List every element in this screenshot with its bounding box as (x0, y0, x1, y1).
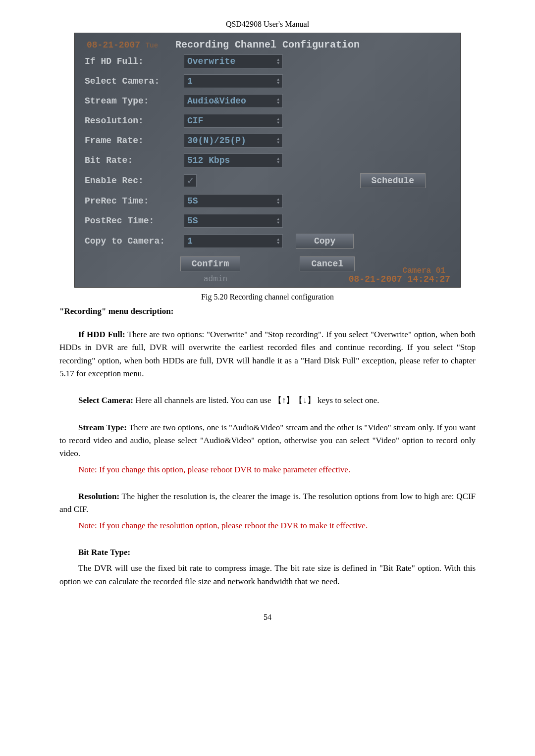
value-postrec-time: 5S (187, 216, 198, 226)
value-resolution: CIF (187, 116, 203, 126)
spinner-icon[interactable]: ▲▼ (277, 98, 279, 104)
overlay-date: 08-21-2007 Tue (87, 40, 158, 50)
row-select-camera: Select Camera: 1 ▲▼ (85, 74, 450, 88)
value-copy-to-camera: 1 (187, 236, 193, 246)
select-postrec-time[interactable]: 5S ▲▼ (184, 214, 283, 228)
footer-camera-overlay: Camera 01 (403, 266, 445, 275)
value-bit-rate: 512 Kbps (187, 155, 230, 165)
footer-user: admin (204, 275, 227, 284)
label-postrec-time: PostRec Time: (85, 216, 184, 226)
spinner-icon[interactable]: ▲▼ (277, 137, 279, 144)
row-postrec-time: PostRec Time: 5S ▲▼ (85, 214, 450, 228)
select-prerec-time[interactable]: 5S ▲▼ (184, 194, 283, 208)
select-camera[interactable]: 1 ▲▼ (184, 74, 283, 88)
label-frame-rate: Frame Rate: (85, 136, 184, 146)
note-resolution: Note: If you change the resolution optio… (59, 519, 476, 532)
spinner-icon[interactable]: ▲▼ (277, 198, 279, 204)
checkbox-enable-rec[interactable]: ✓ (184, 174, 197, 187)
heading-bit-rate-type: Bit Rate Type: (59, 546, 476, 559)
lead-select-camera: Select Camera: (78, 396, 133, 405)
spinner-icon[interactable]: ▲▼ (277, 117, 279, 124)
row-stream-type: Stream Type: Audio&Video ▲▼ (85, 94, 450, 108)
spinner-icon[interactable]: ▲▼ (277, 78, 279, 85)
label-stream-type: Stream Type: (85, 96, 184, 106)
label-if-hd-full: If HD Full: (85, 56, 184, 66)
value-frame-rate: 30(N)/25(P) (187, 136, 246, 146)
row-enable-rec: Enable Rec: ✓ Schedule (85, 173, 450, 188)
select-bit-rate[interactable]: 512 Kbps ▲▼ (184, 153, 283, 167)
select-stream-type[interactable]: Audio&Video ▲▼ (184, 94, 283, 108)
document-header: QSD42908 User's Manual (59, 20, 476, 29)
text-select-camera: Here all channels are listed. You can us… (133, 396, 379, 405)
lead-resolution: Resolution: (78, 492, 119, 501)
row-resolution: Resolution: CIF ▲▼ (85, 114, 450, 128)
para-resolution: Resolution: The higher the resolution is… (59, 490, 476, 516)
select-frame-rate[interactable]: 30(N)/25(P) ▲▼ (184, 134, 283, 148)
note-stream-type: Note: If you change this option, please … (59, 463, 476, 476)
spinner-icon[interactable]: ▲▼ (277, 238, 279, 245)
spinner-icon[interactable]: ▲▼ (277, 157, 279, 164)
label-resolution: Resolution: (85, 116, 184, 126)
copy-button[interactable]: Copy (296, 234, 354, 249)
select-if-hd-full[interactable]: Overwrite ▲▼ (184, 54, 283, 68)
footer-bar: Camera 01 admin 08-21-2007 14:24:27 (85, 274, 450, 284)
overlay-date-value: 08-21-2007 (87, 40, 140, 50)
value-select-camera: 1 (187, 76, 193, 86)
dvr-screenshot: 08-21-2007 Tue Recording Channel Configu… (74, 33, 461, 288)
footer-date: 08-21-2007 14:24:27 (349, 274, 450, 284)
confirm-cancel-row: Confirm Cancel (85, 256, 450, 271)
row-if-hd-full: If HD Full: Overwrite ▲▼ (85, 54, 450, 68)
spinner-icon[interactable]: ▲▼ (277, 217, 279, 224)
overlay-day: Tue (146, 42, 158, 50)
figure-caption: Fig 5.20 Recording channel configuration (59, 293, 476, 302)
label-bit-rate: Bit Rate: (85, 155, 184, 165)
para-hdd-full: If HDD Full: There are two options: "Ove… (59, 328, 476, 380)
para-bit-rate-type: The DVR will use the fixed bit rate to c… (59, 562, 476, 588)
value-stream-type: Audio&Video (187, 96, 246, 106)
para-select-camera: Select Camera: Here all channels are lis… (59, 394, 476, 407)
row-copy-to-camera: Copy to Camera: 1 ▲▼ Copy (85, 234, 450, 249)
schedule-button[interactable]: Schedule (360, 173, 426, 188)
lead-hdd-full: If HDD Full: (78, 330, 125, 339)
text-resolution: The higher the resolution is, the cleare… (59, 492, 476, 514)
row-prerec-time: PreRec Time: 5S ▲▼ (85, 194, 450, 208)
spinner-icon[interactable]: ▲▼ (277, 58, 279, 65)
cancel-button[interactable]: Cancel (300, 256, 355, 271)
row-frame-rate: Frame Rate: 30(N)/25(P) ▲▼ (85, 134, 450, 148)
label-prerec-time: PreRec Time: (85, 196, 184, 206)
value-prerec-time: 5S (187, 196, 198, 206)
row-bit-rate: Bit Rate: 512 Kbps ▲▼ (85, 153, 450, 167)
select-resolution[interactable]: CIF ▲▼ (184, 114, 283, 128)
para-stream-type: Stream Type: There are two options, one … (59, 421, 476, 460)
recording-menu-heading: "Recording" menu description: (59, 306, 476, 316)
label-copy-to-camera: Copy to Camera: (85, 236, 184, 246)
label-enable-rec: Enable Rec: (85, 176, 184, 186)
page-number: 54 (59, 613, 476, 622)
confirm-button[interactable]: Confirm (180, 256, 241, 271)
value-if-hd-full: Overwrite (187, 56, 235, 66)
select-copy-to-camera[interactable]: 1 ▲▼ (184, 234, 283, 248)
lead-stream-type: Stream Type: (78, 423, 127, 432)
label-select-camera: Select Camera: (85, 76, 184, 86)
